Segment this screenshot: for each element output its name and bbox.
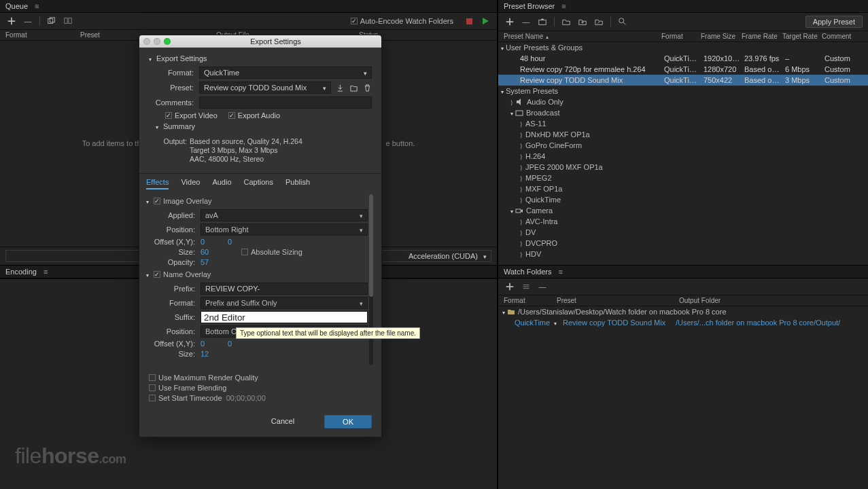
col-preset[interactable]: Preset (557, 297, 679, 304)
delete-preset-button[interactable] (362, 83, 372, 92)
wf-preset[interactable]: Review copy TODD Sound Mix (563, 319, 676, 327)
titlebar[interactable]: Export Settings (139, 35, 381, 48)
position-dropdown[interactable]: Bottom Right (201, 223, 368, 236)
menu-icon[interactable] (44, 268, 48, 276)
tab-video[interactable]: Video (181, 178, 200, 189)
new-group-button[interactable] (560, 16, 572, 27)
edit-watch-button[interactable] (520, 281, 532, 292)
expand-icon[interactable] (520, 163, 525, 171)
menu-icon[interactable] (35, 2, 39, 10)
tree-group[interactable]: Audio Only (498, 96, 868, 107)
auto-encode-checkbox[interactable]: Auto-Encode Watch Folders (351, 17, 453, 25)
name-overlay-checkbox[interactable]: Name Overlay (154, 270, 211, 278)
format2-dropdown[interactable]: Prefix and Suffix Only (201, 297, 368, 309)
ok-button[interactable]: OK (324, 415, 372, 429)
preset-browser-title[interactable]: Preset Browser (504, 2, 555, 10)
col-target[interactable]: Target Rate (782, 33, 822, 40)
export-audio-checkbox[interactable]: Export Audio (228, 111, 280, 120)
expand-icon[interactable] (520, 250, 525, 258)
tree-item[interactable]: AS-11 (498, 118, 868, 129)
delete-preset-button[interactable]: — (520, 16, 532, 27)
expand-icon[interactable] (502, 308, 507, 316)
abs-sizing-checkbox[interactable]: Absolute Sizing (241, 248, 302, 256)
suffix-input[interactable] (201, 311, 368, 323)
tree-item[interactable]: H.264 (498, 151, 868, 162)
import-button[interactable] (576, 16, 589, 27)
save-preset-button[interactable] (335, 83, 345, 92)
tree-preset-row[interactable]: Review copy TODD Sound MixQuickTime750x4… (498, 75, 868, 86)
new-preset-button[interactable] (504, 16, 516, 27)
col-format[interactable]: Format (504, 297, 557, 304)
start-tc-checkbox[interactable]: Set Start Timecode 00;00;00;00 (149, 394, 372, 402)
tree-item[interactable]: DVCPRO (498, 238, 868, 249)
size-input[interactable]: 60 (201, 248, 228, 256)
watch-output-row[interactable]: QuickTime Review copy TODD Sound Mix /Us… (498, 317, 868, 328)
img-overlay-checkbox[interactable]: Image Overlay (154, 197, 212, 205)
col-format[interactable]: Format (5, 31, 80, 39)
section-header[interactable]: Export Settings (149, 54, 372, 62)
scrollbar[interactable] (369, 194, 373, 365)
stop-queue-button[interactable] (463, 16, 475, 26)
col-comment[interactable]: Comment (822, 33, 863, 40)
expand-icon[interactable] (510, 206, 515, 215)
expand-icon[interactable] (520, 185, 525, 193)
tree-item[interactable]: DNxHD MXF OP1a (498, 129, 868, 140)
tab-audio[interactable]: Audio (212, 178, 231, 189)
applied-dropdown[interactable]: avA (201, 209, 368, 221)
format-dropdown[interactable]: QuickTime (199, 67, 372, 79)
export-video-checkbox[interactable]: Export Video (165, 111, 218, 120)
menu-icon[interactable] (561, 2, 566, 10)
tree-preset-row[interactable]: 48 hourQuickTime1920x108023.976 fps–Cust… (498, 53, 868, 64)
expand-icon[interactable] (520, 228, 525, 236)
wf-format[interactable]: QuickTime (515, 319, 554, 327)
search-button[interactable] (617, 16, 629, 27)
expand-icon[interactable] (520, 174, 525, 182)
offset-y-input[interactable]: 0 (228, 238, 255, 246)
tree-group[interactable]: User Presets & Groups (498, 42, 868, 53)
zoom-window-button[interactable] (164, 38, 171, 45)
export-button[interactable] (593, 16, 605, 27)
tree-item[interactable]: HDV (498, 249, 868, 259)
collapse-icon[interactable] (146, 197, 151, 205)
tree-group[interactable]: Camera (498, 205, 868, 216)
expand-icon[interactable] (520, 196, 525, 204)
queue-title[interactable]: Queue (5, 2, 28, 10)
expand-icon[interactable] (520, 152, 525, 160)
size2-input[interactable]: 12 (201, 350, 228, 358)
prefix-input[interactable]: REVIEW COPY- (201, 283, 368, 295)
add-source-button[interactable] (5, 16, 18, 26)
expand-icon[interactable] (501, 43, 506, 52)
expand-icon[interactable] (501, 87, 506, 95)
offset-x-input[interactable]: 0 (201, 238, 228, 246)
preset-dropdown[interactable]: Review copy TODD Sound Mix (199, 82, 331, 94)
tree-item[interactable]: DV (498, 227, 868, 238)
expand-icon[interactable] (510, 98, 516, 106)
tree-item[interactable]: MPEG2 (498, 173, 868, 183)
wf-output[interactable]: /Users/...ch folder on macbook Pro 8 cor… (676, 319, 840, 327)
expand-icon[interactable] (510, 109, 515, 117)
col-size[interactable]: Frame Size (701, 33, 742, 40)
col-name[interactable]: Preset Name (504, 33, 661, 40)
duplicate-button[interactable] (46, 16, 58, 26)
tree-item[interactable]: GoPro CineForm (498, 140, 868, 151)
add-watch-button[interactable] (504, 281, 516, 292)
minimize-window-button[interactable] (154, 38, 160, 45)
encoding-title[interactable]: Encoding (5, 268, 37, 276)
preset-tree[interactable]: User Presets & Groups 48 hourQuickTime19… (498, 42, 868, 265)
expand-icon[interactable] (520, 130, 525, 139)
max-render-checkbox[interactable]: Use Maximum Render Quality (149, 374, 372, 382)
settings-button[interactable] (536, 16, 549, 27)
tree-item[interactable]: JPEG 2000 MXF OP1a (498, 162, 868, 173)
start-queue-button[interactable] (479, 16, 491, 26)
opacity-input[interactable]: 57 (201, 258, 228, 266)
reset-button[interactable] (62, 16, 74, 26)
watch-body[interactable]: /Users/Stanislaw/Desktop/Watch folder on… (498, 306, 868, 489)
img-overlay-header[interactable]: Image Overlay (146, 197, 368, 205)
collapse-icon[interactable] (146, 270, 151, 278)
menu-icon[interactable] (559, 268, 563, 276)
tree-item[interactable]: AVC-Intra (498, 216, 868, 227)
watch-folders-title[interactable]: Watch Folders (504, 268, 552, 276)
offset2-x-input[interactable]: 0 (201, 340, 228, 348)
col-format[interactable]: Format (661, 33, 701, 40)
expand-icon[interactable] (520, 239, 525, 247)
